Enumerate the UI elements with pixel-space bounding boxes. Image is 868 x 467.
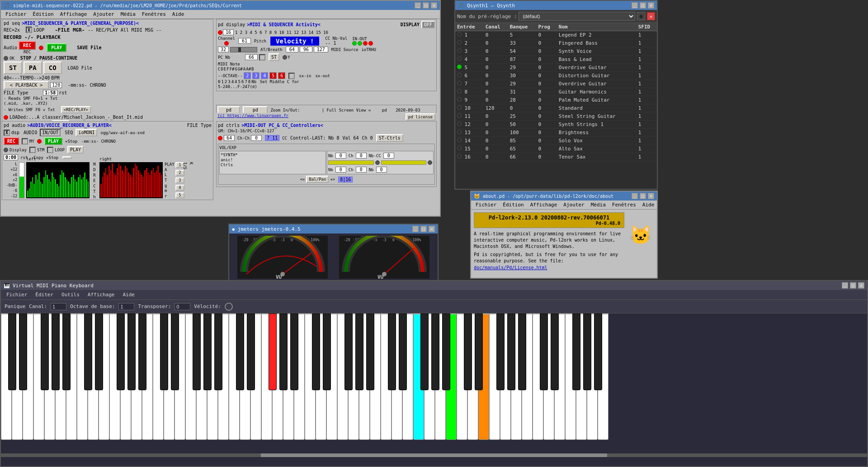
- piano-black-key[interactable]: [19, 313, 27, 390]
- piano-black-key[interactable]: [269, 313, 277, 390]
- loop-toggle[interactable]: [26, 27, 32, 33]
- rec-button[interactable]: REC: [19, 41, 36, 50]
- piano-scrollbar[interactable]: [1, 453, 867, 457]
- qsynth-minimize[interactable]: _: [632, 2, 638, 9]
- menu-aide[interactable]: Aide: [170, 11, 187, 18]
- play-button[interactable]: PLAY: [47, 43, 66, 52]
- tempo-value[interactable]: 120: [50, 82, 62, 88]
- about-menu-aide[interactable]: Aide: [640, 201, 657, 208]
- piano-black-key[interactable]: [551, 313, 559, 390]
- table-row[interactable]: 15 0 65 0 Alto Sax 1: [455, 145, 657, 153]
- table-row[interactable]: 3 0 54 0 Synth Voice 1: [455, 47, 657, 56]
- audio-play-button[interactable]: PLAY: [44, 137, 62, 145]
- piano-menu-fichier[interactable]: Fichier: [3, 291, 31, 298]
- license-link[interactable]: doc/manuals/Pd/License.html: [474, 265, 624, 270]
- table-row[interactable]: 14 0 85 0 Solo Vox 1: [455, 137, 657, 145]
- piano-minimize[interactable]: _: [842, 282, 848, 289]
- table-row[interactable]: 8 0 31 0 Guitar Harmonics 1: [455, 88, 657, 96]
- piano-black-key[interactable]: [8, 313, 16, 390]
- piano-scrollbar-thumb[interactable]: [261, 453, 607, 457]
- velocity-slider[interactable]: [230, 47, 257, 52]
- about-close[interactable]: ✕: [648, 193, 654, 199]
- stm-toggle[interactable]: [29, 147, 36, 153]
- piano-black-key[interactable]: [203, 313, 212, 390]
- piano-black-key[interactable]: [420, 313, 429, 390]
- pa-button[interactable]: PA: [24, 61, 42, 74]
- piano-black-key[interactable]: [236, 313, 244, 390]
- piano-black-key[interactable]: [475, 313, 483, 390]
- piano-menu-aide[interactable]: Aide: [119, 291, 138, 298]
- menu-edition[interactable]: Édition: [30, 11, 56, 18]
- piano-black-key[interactable]: [138, 313, 146, 390]
- piano-black-key[interactable]: [464, 313, 472, 390]
- about-minimize[interactable]: _: [632, 193, 638, 199]
- piano-black-key[interactable]: [594, 313, 602, 390]
- my-toggle[interactable]: [22, 138, 28, 145]
- maximize-button[interactable]: □: [423, 2, 429, 9]
- piano-black-key[interactable]: [518, 313, 526, 390]
- table-row[interactable]: 7 0 29 0 Overdrive Guitar 1: [455, 80, 657, 88]
- piano-black-key[interactable]: [344, 313, 353, 390]
- playback-button[interactable]: < PLAYBACK >: [4, 81, 49, 89]
- piano-black-key[interactable]: [312, 313, 320, 390]
- bal-pan-button[interactable]: Bal/Pan: [306, 176, 329, 183]
- st-ctrls-button[interactable]: ST-Ctrls: [376, 134, 403, 142]
- menu-media[interactable]: Média: [118, 11, 138, 18]
- piano-black-key[interactable]: [84, 313, 92, 390]
- table-row[interactable]: 13 0 100 0 Brightness 1: [455, 129, 657, 137]
- st-button[interactable]: ST: [4, 61, 22, 74]
- piano-black-key[interactable]: [127, 313, 136, 390]
- table-row[interactable]: 1 0 5 0 Legend EP 2 1: [455, 31, 657, 39]
- piano-black-key[interactable]: [540, 313, 548, 390]
- piano-black-key[interactable]: [290, 313, 298, 390]
- audio-rec-button[interactable]: REC: [4, 137, 19, 145]
- piano-black-key[interactable]: [323, 313, 331, 390]
- off-button[interactable]: OFF: [421, 21, 435, 28]
- about-menu-media[interactable]: Média: [588, 201, 609, 208]
- table-row[interactable]: 12 0 50 0 Synth Strings 1 1: [455, 121, 657, 129]
- piano-black-key[interactable]: [388, 313, 396, 390]
- piano-black-key[interactable]: [117, 313, 125, 390]
- audio-play-btn2[interactable]: PLAY: [67, 146, 84, 154]
- octave-base-input[interactable]: [118, 303, 134, 310]
- preset-select[interactable]: (défaut): [519, 12, 635, 21]
- jmeters-minimize[interactable]: _: [412, 226, 419, 232]
- dsp-toggle[interactable]: [4, 130, 10, 136]
- piano-black-key[interactable]: [431, 313, 439, 390]
- table-row[interactable]: 6 0 30 0 Distortion Guitar 1: [455, 72, 657, 80]
- piano-black-key[interactable]: [247, 313, 255, 390]
- pd-license-button[interactable]: pd license: [406, 113, 435, 121]
- qsynth-close[interactable]: ✕: [648, 2, 654, 9]
- piano-black-key[interactable]: [95, 313, 103, 390]
- rec-play-button[interactable]: <REC/PLAY>: [61, 106, 91, 113]
- jmeters-close[interactable]: ✕: [429, 226, 435, 232]
- menu-ajouter[interactable]: Ajouter: [90, 11, 117, 18]
- menu-affichage[interactable]: Affichage: [57, 11, 90, 18]
- piano-black-key[interactable]: [214, 313, 222, 390]
- about-menu-ajouter[interactable]: Ajouter: [561, 201, 587, 208]
- table-row[interactable]: 16 0 66 0 Tenor Sax 1: [455, 153, 657, 161]
- piano-menu-affichage[interactable]: Affichage: [84, 291, 118, 298]
- about-menu-edition[interactable]: Édition: [500, 201, 526, 208]
- piano-black-key[interactable]: [160, 313, 168, 390]
- piano-maximize[interactable]: □: [850, 282, 856, 289]
- piano-black-key[interactable]: [583, 313, 591, 390]
- piano-menu-outils[interactable]: Outils: [58, 291, 83, 298]
- menu-fenetres[interactable]: Fenêtres: [139, 11, 169, 18]
- about-menu-affichage[interactable]: Affichage: [528, 201, 560, 208]
- piano-black-key[interactable]: [507, 313, 515, 390]
- about-menu-fenetres[interactable]: Fenêtres: [609, 201, 639, 208]
- piano-close[interactable]: ✕: [858, 282, 864, 289]
- jmeters-maximize[interactable]: □: [420, 226, 427, 232]
- transposer-input[interactable]: [175, 303, 190, 310]
- pc-toggle[interactable]: [259, 54, 265, 61]
- piano-black-key[interactable]: [442, 313, 450, 390]
- canal-input[interactable]: [51, 303, 66, 310]
- rec-play-btn2[interactable]: [62, 156, 71, 159]
- piano-black-key[interactable]: [171, 313, 179, 390]
- menu-fichier[interactable]: Fichier: [3, 11, 29, 18]
- piano-menu-editer[interactable]: Éditer: [32, 291, 57, 298]
- piano-black-key[interactable]: [279, 313, 288, 390]
- preset-config-button[interactable]: ⚙: [637, 12, 645, 20]
- piano-black-key[interactable]: [496, 313, 505, 390]
